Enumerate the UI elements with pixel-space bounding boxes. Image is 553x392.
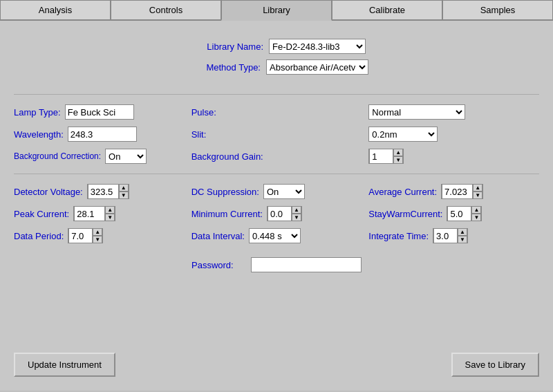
minimum-current-spinner[interactable]: ▲ ▼ xyxy=(267,206,302,221)
minimum-current-down[interactable]: ▼ xyxy=(292,214,301,221)
detector-voltage-spinner[interactable]: ▲ ▼ xyxy=(87,184,129,199)
peak-current-down[interactable]: ▼ xyxy=(105,214,115,221)
top-section: Library Name: Fe-D2-248.3-lib3 Method Ty… xyxy=(14,39,539,80)
slit-group: Slit: xyxy=(191,129,362,140)
integrate-time-input[interactable] xyxy=(433,228,458,243)
minimum-current-group: Minimum Current: ▲ ▼ xyxy=(191,206,362,221)
peak-current-label: Peak Current: xyxy=(14,209,69,219)
library-name-select[interactable]: Fe-D2-248.3-lib3 xyxy=(269,39,366,54)
staywarm-current-spinner[interactable]: ▲ ▼ xyxy=(447,206,482,221)
average-current-btns: ▲ ▼ xyxy=(473,184,482,199)
data-period-spinner[interactable]: ▲ ▼ xyxy=(68,228,103,243)
data-period-btns: ▲ ▼ xyxy=(93,228,102,243)
detector-voltage-input[interactable] xyxy=(88,184,119,199)
integrate-time-down[interactable]: ▼ xyxy=(458,236,467,243)
detector-voltage-up[interactable]: ▲ xyxy=(119,184,129,192)
bg-gain-up[interactable]: ▲ xyxy=(393,149,403,156)
dc-suppression-group: DC Suppression: On xyxy=(191,184,362,199)
pulse-group: Pulse: xyxy=(191,107,362,118)
peak-current-btns: ▲ ▼ xyxy=(105,206,115,221)
data-interval-select[interactable]: 0.448 s xyxy=(249,228,301,243)
tab-controls[interactable]: Controls xyxy=(111,0,221,19)
slit-select-group: 0.2nm xyxy=(368,127,539,142)
tab-library[interactable]: Library xyxy=(221,0,332,21)
detector-voltage-group: Detector Voltage: ▲ ▼ xyxy=(14,184,185,199)
data-period-label: Data Period: xyxy=(14,231,64,241)
bg-gain-input[interactable] xyxy=(369,149,393,164)
lamp-type-input[interactable] xyxy=(65,104,134,120)
peak-current-spinner[interactable]: ▲ ▼ xyxy=(73,206,115,221)
tab-bar: Analysis Controls Library Calibrate Samp… xyxy=(0,0,553,21)
dc-suppression-label: DC Suppression: xyxy=(191,187,259,197)
pulse-select-group: Normal xyxy=(368,104,539,120)
bg-gain-spinner: ▲ ▼ xyxy=(368,149,539,164)
average-current-input[interactable] xyxy=(442,184,473,199)
slit-select[interactable]: 0.2nm xyxy=(368,127,438,142)
method-type-row: Method Type: Absorbance Air/Acetv xyxy=(185,59,368,75)
minimum-current-up[interactable]: ▲ xyxy=(292,206,301,214)
wavelength-group: Wavelength: xyxy=(14,127,185,142)
slit-label: Slit: xyxy=(191,129,207,140)
staywarm-current-up[interactable]: ▲ xyxy=(471,206,481,214)
lower-grid: Detector Voltage: ▲ ▼ DC Suppression: On xyxy=(14,184,539,243)
staywarm-current-label: StayWarmCurrent: xyxy=(368,209,442,219)
data-period-group: Data Period: ▲ ▼ xyxy=(14,228,185,243)
data-period-input[interactable] xyxy=(68,228,93,243)
average-current-up[interactable]: ▲ xyxy=(473,184,482,192)
staywarm-current-btns: ▲ ▼ xyxy=(471,206,481,221)
password-section: Password: xyxy=(14,257,539,272)
pulse-label: Pulse: xyxy=(191,107,216,118)
tab-calibrate[interactable]: Calibrate xyxy=(332,0,442,19)
integrate-time-label: Integrate Time: xyxy=(368,231,429,241)
staywarm-current-down[interactable]: ▼ xyxy=(471,214,481,221)
detector-voltage-down[interactable]: ▼ xyxy=(119,192,129,199)
lamp-type-label: Lamp Type: xyxy=(14,107,61,118)
save-to-library-button[interactable]: Save to Library xyxy=(451,353,539,377)
dc-suppression-select[interactable]: On xyxy=(263,184,305,199)
integrate-time-group: Integrate Time: ▲ ▼ xyxy=(368,228,539,243)
library-name-row: Library Name: Fe-D2-248.3-lib3 xyxy=(187,39,366,54)
data-interval-group: Data Interval: 0.448 s xyxy=(191,228,362,243)
method-type-label: Method Type: xyxy=(185,62,261,73)
tab-analysis[interactable]: Analysis xyxy=(0,0,111,19)
update-instrument-button[interactable]: Update Instrument xyxy=(14,353,115,377)
data-period-up[interactable]: ▲ xyxy=(93,228,102,236)
minimum-current-label: Minimum Current: xyxy=(191,209,263,219)
peak-current-input[interactable] xyxy=(74,206,105,221)
bg-correction-select[interactable]: On xyxy=(105,149,147,164)
staywarm-current-group: StayWarmCurrent: ▲ ▼ xyxy=(368,206,539,221)
pulse-select[interactable]: Normal xyxy=(368,104,465,120)
bg-correction-label: Background Correction: xyxy=(14,151,101,161)
lower-section: Detector Voltage: ▲ ▼ DC Suppression: On xyxy=(14,174,539,243)
staywarm-current-input[interactable] xyxy=(447,206,471,221)
average-current-spinner[interactable]: ▲ ▼ xyxy=(441,184,483,199)
integrate-time-up[interactable]: ▲ xyxy=(458,228,467,236)
library-name-label: Library Name: xyxy=(187,41,263,52)
average-current-label: Average Current: xyxy=(368,187,437,197)
password-label: Password: xyxy=(191,260,247,270)
main-content: Library Name: Fe-D2-248.3-lib3 Method Ty… xyxy=(0,21,553,391)
peak-current-group: Peak Current: ▲ ▼ xyxy=(14,206,185,221)
data-period-down[interactable]: ▼ xyxy=(93,236,102,243)
bg-gain-label: Background Gain: xyxy=(191,151,263,162)
integrate-time-btns: ▲ ▼ xyxy=(458,228,467,243)
bottom-buttons: Update Instrument Save to Library xyxy=(14,353,539,377)
average-current-down[interactable]: ▼ xyxy=(473,192,482,199)
bg-gain-group: Background Gain: xyxy=(191,151,362,162)
integrate-time-spinner[interactable]: ▲ ▼ xyxy=(433,228,468,243)
bg-gain-spinner-wrap[interactable]: ▲ ▼ xyxy=(368,149,404,164)
mid-grid: Lamp Type: Pulse: Normal Wavelength: Sli… xyxy=(14,104,539,164)
minimum-current-btns: ▲ ▼ xyxy=(292,206,301,221)
average-current-group: Average Current: ▲ ▼ xyxy=(368,184,539,199)
bg-gain-spinner-btns: ▲ ▼ xyxy=(393,149,403,164)
minimum-current-input[interactable] xyxy=(268,206,292,221)
bg-gain-down[interactable]: ▼ xyxy=(393,156,403,164)
peak-current-up[interactable]: ▲ xyxy=(105,206,115,214)
detector-voltage-btns: ▲ ▼ xyxy=(119,184,129,199)
bg-correction-group: Background Correction: On xyxy=(14,149,185,164)
tab-samples[interactable]: Samples xyxy=(442,0,553,19)
wavelength-input[interactable] xyxy=(68,127,137,142)
mid-section: Lamp Type: Pulse: Normal Wavelength: Sli… xyxy=(14,94,539,164)
method-type-select[interactable]: Absorbance Air/Acetv xyxy=(266,59,368,75)
password-input[interactable] xyxy=(251,257,362,272)
